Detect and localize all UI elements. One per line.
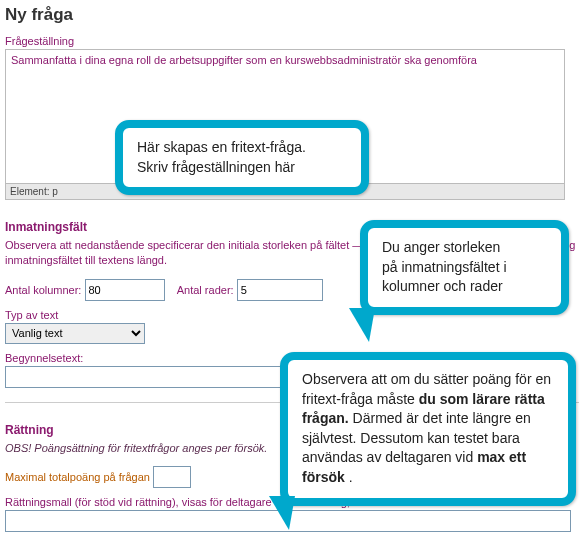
callout-editor-hint: Här skapas en fritext-fråga. Skriv fråge… [115, 120, 369, 195]
callout-line: Skriv frågeställningen här [137, 158, 347, 178]
rows-input[interactable] [237, 279, 323, 301]
callout-arrow-icon [269, 496, 295, 530]
max-score-input[interactable] [153, 466, 191, 488]
text-type-select[interactable]: Vanlig text [5, 323, 145, 344]
cols-label: Antal kolumner: [5, 284, 81, 296]
editor-content: Sammanfatta i dina egna roll de arbetsup… [11, 54, 477, 66]
page-title: Ny fråga [5, 5, 579, 25]
callout-line: Du anger storleken [382, 238, 547, 258]
callout-line: kolumner och rader [382, 277, 547, 297]
cols-input[interactable] [85, 279, 165, 301]
callout-line: på inmatningsfältet i [382, 258, 547, 278]
callout-arrow-icon [349, 308, 375, 342]
rows-label: Antal rader: [177, 284, 234, 296]
callout-size-hint: Du anger storleken på inmatningsfältet i… [360, 220, 569, 315]
editor-label: Frågeställning [5, 35, 579, 47]
max-score-label: Maximal totalpoäng på frågan [5, 471, 150, 483]
callout-grading-hint: Observera att om du sätter poäng för en … [280, 352, 576, 506]
callout-text: . [349, 469, 353, 485]
callout-line: Här skapas en fritext-fråga. [137, 138, 347, 158]
